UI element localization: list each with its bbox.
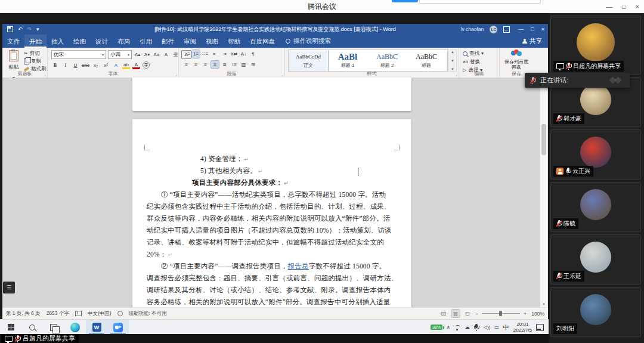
underline-button[interactable]: U (72, 61, 79, 69)
word-minimize-button[interactable]: — (518, 26, 524, 32)
bullets-button[interactable]: ⋮≡ (182, 50, 190, 58)
touch-keyboard-icon[interactable]: ▭ (494, 325, 499, 330)
wifi-icon[interactable] (454, 325, 461, 330)
font-name-select[interactable]: 仿宋▾ (51, 50, 106, 59)
style-chip[interactable]: AaBbC副标题 (446, 50, 448, 71)
menu-tab-插入[interactable]: 插入 (47, 35, 69, 48)
meeting-taskbar-button[interactable] (107, 320, 129, 335)
participant-tile[interactable]: 陈毓 (550, 182, 641, 232)
ribbon-display-options-icon[interactable] (503, 26, 510, 33)
font-launcher-icon[interactable]: ⌟ (175, 72, 177, 77)
style-chip[interactable]: AaBl标题 1 (328, 50, 367, 71)
style-chip[interactable]: AaBbC标题 2 (367, 50, 407, 71)
accessibility-status[interactable]: 辅助功能: 不可用 (129, 310, 167, 317)
word-maximize-button[interactable]: □ (531, 26, 534, 32)
paragraph-launcher-icon[interactable]: ⌟ (281, 72, 283, 77)
show-marks-button[interactable]: ¶ (249, 50, 257, 58)
clipboard-launcher-icon[interactable]: ⌟ (44, 72, 46, 77)
start-button[interactable] (0, 320, 21, 335)
zoom-level[interactable]: 100% (530, 311, 544, 317)
menu-tab-百度网盘[interactable]: 百度网盘 (245, 35, 280, 48)
find-button[interactable]: 查找▾ (463, 50, 484, 57)
menu-tab-设计[interactable]: 设计 (91, 35, 113, 48)
cloud-icon[interactable]: ☁ (465, 325, 470, 330)
align-right-button[interactable]: ≡ (202, 61, 209, 69)
battery-indicator[interactable]: 98% (431, 325, 442, 330)
participant-tile[interactable]: 云正兴 (550, 129, 641, 180)
decrease-indent-button[interactable]: ⇤ (211, 50, 219, 58)
enclose-characters-button[interactable]: 字 (143, 61, 150, 69)
action-center-icon[interactable] (536, 324, 544, 331)
print-layout-button[interactable]: ▤ (451, 310, 460, 317)
menu-tab-视图[interactable]: 视图 (201, 35, 223, 48)
change-case-button[interactable]: Aa (153, 51, 160, 58)
page-indicator[interactable]: 第 1 页, 共 6 页 (6, 310, 41, 317)
taskbar-search-button[interactable] (21, 320, 43, 335)
shrink-font-button[interactable]: A▾ (143, 51, 151, 58)
page-2[interactable]: 4) 资金管理；↵5) 其他相关内容。↵项目主要内容部分具体要求：↵① “项目主… (132, 119, 411, 307)
line-spacing-button[interactable]: ↕≡ (230, 61, 238, 69)
participant-tile[interactable]: 刘明阳 (550, 287, 641, 337)
multilevel-list-button[interactable]: ∷≡ (202, 50, 209, 58)
maximize-button[interactable]: □ (622, 0, 626, 13)
edge-taskbar-button[interactable] (64, 320, 86, 335)
menu-tab-引用[interactable]: 引用 (135, 35, 157, 48)
font-color-button[interactable]: A (132, 61, 140, 69)
justify-button[interactable]: ≡ (211, 61, 219, 69)
strikethrough-button[interactable]: abc (82, 61, 89, 69)
participant-tile[interactable]: 吕超凡的屏幕共享 (550, 16, 641, 75)
ime-indicator[interactable]: 中 (503, 323, 509, 332)
menu-tab-布局[interactable]: 布局 (113, 35, 135, 48)
participant-tile[interactable]: 王乐延 (550, 234, 641, 285)
redo-button[interactable]: ↷ (27, 26, 32, 32)
web-layout-button[interactable]: ▢ (463, 310, 472, 317)
floating-panel-icon[interactable]: ☰ (3, 282, 15, 293)
qat-customize-button[interactable]: ▾ (36, 26, 39, 32)
cut-button[interactable]: ✂剪切 (24, 50, 47, 57)
save-to-baidu-button[interactable]: 保存到百度网盘 (503, 50, 530, 70)
scroll-down-icon[interactable]: ▼ (540, 301, 547, 307)
menu-tab-帮助[interactable]: 帮助 (223, 35, 245, 48)
clock[interactable]: 20:01 2022/7/5 (513, 322, 532, 333)
align-left-button[interactable]: ≡ (182, 61, 190, 69)
numbering-button[interactable]: 1≡ (192, 50, 200, 58)
account-name[interactable]: lv chaofan (461, 26, 484, 32)
align-center-button[interactable]: ≡ (192, 61, 200, 69)
style-chip[interactable]: AaBbC标题 (407, 50, 446, 71)
undo-button[interactable]: ↶ (18, 26, 23, 32)
sort-button[interactable]: A↓ (240, 50, 247, 58)
menu-tab-文件[interactable]: 文件 (2, 35, 24, 48)
subscript-button[interactable]: x₂ (92, 61, 100, 69)
task-view-button[interactable] (43, 320, 64, 335)
superscript-button[interactable]: x² (102, 61, 110, 69)
word-close-button[interactable]: × (541, 26, 544, 32)
style-chip[interactable]: AaBbCcDd正文 (289, 50, 328, 71)
zoom-slider[interactable] (482, 313, 520, 314)
tell-me-search[interactable]: 操作说明搜索 (286, 37, 331, 45)
save-icon[interactable] (7, 26, 13, 32)
shading-button[interactable]: ▨ (240, 61, 247, 69)
zoom-out-button[interactable]: − (475, 311, 478, 317)
read-mode-button[interactable]: ▯▯ (439, 310, 448, 317)
bold-button[interactable]: B (51, 61, 59, 69)
grow-font-button[interactable]: A▴ (134, 51, 141, 58)
proofing-icon[interactable] (75, 311, 82, 316)
language-indicator[interactable]: 中文(中国) (88, 310, 112, 317)
borders-button[interactable]: ⊞ (249, 61, 257, 69)
menu-tab-邮件[interactable]: 邮件 (157, 35, 179, 48)
account-avatar[interactable]: LC (490, 26, 497, 33)
highlight-color-button[interactable]: ab (122, 61, 130, 69)
share-button[interactable]: 共享 (522, 37, 542, 45)
word-taskbar-button[interactable]: W (86, 320, 107, 335)
styles-scroll-up-icon[interactable]: ▲ (451, 50, 454, 54)
copy-button[interactable]: 复制 (24, 58, 47, 65)
tray-expand-icon[interactable]: ∧ (447, 325, 450, 330)
minimize-button[interactable]: — (606, 0, 612, 13)
font-size-select[interactable]: 小四▾ (108, 50, 132, 59)
doc-scrollbar[interactable]: ▲ ▼ (540, 78, 547, 307)
volume-icon[interactable]: ◁)) (484, 325, 490, 330)
close-button[interactable]: × (636, 0, 639, 13)
menu-tab-绘图[interactable]: 绘图 (69, 35, 91, 48)
menu-tab-开始[interactable]: 开始 (24, 35, 47, 48)
distribute-button[interactable]: ≣ (221, 61, 228, 69)
